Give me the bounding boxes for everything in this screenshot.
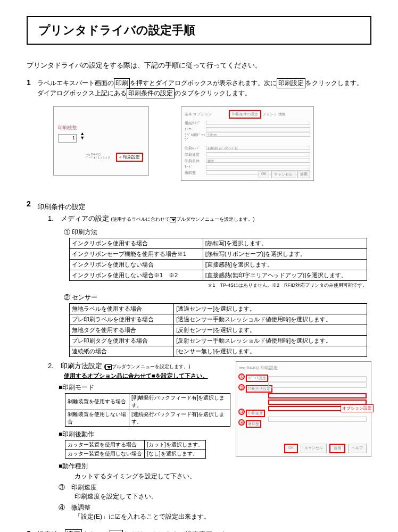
cell: プレ印刷タグを使用する場合 bbox=[70, 336, 174, 346]
step-3-num: 3 bbox=[27, 529, 37, 532]
boxed-printsettings: 印刷設定 bbox=[277, 78, 305, 88]
step-1-line2: ダイアログボックス上記にある印刷条件の設定のタブをクリックします。 bbox=[37, 88, 371, 98]
cell: [センサー無し]を選択します。 bbox=[174, 346, 367, 357]
cell: 剥離装置を使用する場合 bbox=[65, 394, 129, 410]
table-post: カッター装置を使用する場合[カット]を選択します。 カッター装置を使用しない場合… bbox=[65, 440, 206, 459]
marker-2: ② bbox=[238, 384, 245, 390]
sub1-note: (使用するラベルに合わせてプルダウンメニューを設定します。) bbox=[111, 217, 254, 222]
apply-button[interactable]: 適用 bbox=[297, 171, 310, 178]
cell: [直接感熱]を選択します。 bbox=[203, 260, 367, 270]
cell: [連続発行バックフィード有]を選択します。 bbox=[129, 410, 230, 427]
c4-text: 「設定(E)」に☑を入れることで設定出来ます。 bbox=[74, 512, 230, 521]
shot3-title: teq B4-KQ 印刷設定 bbox=[239, 365, 368, 371]
cell: 連続紙の場合 bbox=[70, 346, 174, 357]
step-1: 1 ラベルエキスパート画面の印刷を押すとダイアログボックスが表示されます。次に印… bbox=[27, 78, 371, 192]
cell: インクリボンセーブ機能を使用する場合※1 bbox=[70, 249, 203, 260]
step-1-line1: ラベルエキスパート画面の印刷を押すとダイアログボックスが表示されます。次に印刷設… bbox=[37, 78, 371, 88]
table-print-method: インクリボンを使用する場合[熱転写]を選択します。 インクリボンセーブ機能を使用… bbox=[69, 238, 367, 281]
c3-text: 印刷速度を設定して下さい。 bbox=[74, 492, 230, 501]
cell: インクリボンを使用しない場合 bbox=[70, 260, 203, 270]
cell: 無地タグを使用する場合 bbox=[70, 325, 174, 336]
print-count-label: 印刷枚数 bbox=[58, 124, 144, 131]
screenshot-print-dialog: 印刷枚数 1 ▲▼ teq B4-KQﾊﾞｰｼﾞｮﾝ 1 x 1 x 2 < 印… bbox=[53, 106, 149, 176]
option-setting-label: オプション設定 bbox=[341, 404, 374, 412]
t: のタブをクリックします。 bbox=[175, 89, 251, 97]
step-2: 2 印刷条件の設定 1. メディアの設定 (使用するラベルに合わせてプルダウンメ… bbox=[27, 200, 371, 521]
c4: ④ 微調整 bbox=[59, 503, 230, 512]
cancel-button[interactable]: キャンセル bbox=[271, 171, 295, 178]
t: ラベルエキスパート画面の bbox=[37, 79, 114, 87]
boxed-ok: OK bbox=[110, 530, 123, 532]
action-text: カットするタイミングを設定して下さい。 bbox=[74, 472, 230, 481]
sub-media: 1. メディアの設定 (使用するラベルに合わせてプルダウンメニューを設定します。… bbox=[48, 214, 371, 223]
sub2-underline: 使用するオプション品に合わせて■を設定して下さい。 bbox=[64, 372, 230, 380]
ok-button[interactable]: OK bbox=[259, 171, 269, 178]
t1-note: ※1 TP-4Sにはありません。※2 RFID対応プリンタのみ使用可能です。 bbox=[69, 282, 367, 289]
cell: [熱転写]を選択します。 bbox=[203, 238, 367, 249]
c2: ② センサー bbox=[64, 293, 371, 302]
dropdown-icon bbox=[105, 364, 112, 370]
cell: [反射センサー]を選択します。 bbox=[174, 325, 367, 336]
apply-button[interactable]: 適用 bbox=[329, 444, 345, 453]
sub-print-method: 2. 印刷方法設定 (プルダウンメニューを設定します。) bbox=[48, 361, 230, 371]
print-count-input[interactable]: 1 bbox=[58, 134, 77, 143]
boxed-print: 印刷 bbox=[114, 78, 130, 88]
post-head: ■印刷後動作 bbox=[59, 430, 230, 439]
cell: カッター装置を使用する場合 bbox=[65, 440, 145, 450]
sub2-head: 2. 印刷方法設定 bbox=[48, 362, 102, 370]
cell: [透過センサー]を選択します。 bbox=[174, 304, 367, 314]
cell: 剥離装置を使用しない場合 bbox=[65, 410, 129, 427]
table-mode: 剥離装置を使用する場合[剥離発行バックフィード有]を選択します。 剥離装置を使用… bbox=[65, 393, 230, 427]
t: (使用するラベルに合わせて bbox=[111, 217, 170, 222]
ok-button[interactable]: OK bbox=[284, 444, 298, 453]
step-3: 3 設定後、適用または、OKをクリックします。設定完了です。 bbox=[27, 529, 371, 532]
rb4: 微調整 bbox=[246, 420, 261, 428]
screenshot-print-cond-detail: teq B4-KQ 印刷設定 ① ② ③ ④ ﾒﾃﾞｨｱ設定 印刷方法設定 印刷… bbox=[236, 361, 371, 457]
sub1-head: 1. メディアの設定 bbox=[48, 214, 109, 222]
cell: [熱転写(リボンセーブ)]を選択します。 bbox=[203, 249, 367, 260]
cell: [カット]を選択します。 bbox=[145, 440, 206, 450]
sub2-note: (プルダウンメニューを設定します。) bbox=[104, 364, 190, 369]
cell: カッター装置を使用しない場合 bbox=[65, 450, 145, 459]
table-sensor: 無地ラベルを使用する場合[透過センサー]を選択します。 プレ印刷ラベルを使用する… bbox=[69, 303, 367, 357]
page-title: プリンタドライバの設定手順 bbox=[27, 16, 371, 45]
t: プルダウンメニューを設定します。) bbox=[176, 217, 254, 222]
boxed-printcond-tab: 印刷条件の設定 bbox=[127, 88, 175, 98]
spinner-icon[interactable]: ▲▼ bbox=[80, 131, 85, 140]
print-settings-button[interactable]: < 印刷設定 bbox=[116, 153, 143, 162]
step-1-num: 1 bbox=[27, 78, 37, 192]
c3: ③ 印刷速度 bbox=[59, 483, 230, 492]
cancel-button[interactable]: キャンセル bbox=[301, 444, 327, 453]
t: を押すとダイアログボックスが表示されます。次に bbox=[130, 79, 277, 87]
marker-1: ① bbox=[238, 373, 245, 380]
step3-body: 設定後、適用または、OKをクリックします。設定完了です。 bbox=[37, 529, 371, 532]
screenshot-driver-props: 基本 オプション 印刷条件の設定 フォント 情報 用紙ﾀｲﾌﾟ ｾﾝｻｰ ﾗﾍﾞ… bbox=[181, 106, 314, 181]
cell: [直接感熱(無印字エリアヘッドアップ)]を選択します。 bbox=[203, 270, 367, 281]
cell: 無地ラベルを使用する場合 bbox=[70, 304, 174, 314]
t: をクリックします。 bbox=[305, 79, 363, 87]
marker-3: ③ bbox=[238, 409, 245, 415]
cell: インクリボンを使用する場合 bbox=[70, 238, 203, 249]
cell: プレ印刷ラベルを使用する場合 bbox=[70, 314, 174, 325]
cell: [透過センサー手動スレッショルド値使用時]を選択します。 bbox=[174, 314, 367, 325]
cell: [なし]を選択します。 bbox=[145, 450, 206, 459]
cell: [剥離発行バックフィード有]を選択します。 bbox=[129, 394, 230, 410]
small-note: teq B4-KQﾊﾞｰｼﾞｮﾝ 1 x 1 x 2 bbox=[86, 153, 110, 159]
step2-head: 印刷条件の設定 bbox=[37, 202, 371, 212]
boxed-apply: 適用 bbox=[65, 529, 82, 532]
intro-text: プリンタドライバの設定をする際は、下記の手順に従って行ってください。 bbox=[27, 61, 371, 70]
help-button[interactable]: ヘルプ bbox=[348, 444, 367, 453]
t: ダイアログボックス上記にある bbox=[37, 89, 127, 97]
mode-head: ■印刷モード bbox=[59, 383, 230, 392]
cell: [反射センサー手動スレッショルド値使用時]を選択します。 bbox=[174, 336, 367, 346]
rb1: ﾒﾃﾞｨｱ設定 bbox=[246, 375, 268, 382]
action-head: ■動作種別 bbox=[59, 462, 230, 471]
screenshot-row-1: 印刷枚数 1 ▲▼ teq B4-KQﾊﾞｰｼﾞｮﾝ 1 x 1 x 2 < 印… bbox=[53, 106, 371, 181]
cell: インクリボンを使用しない場合※1 ※2 bbox=[70, 270, 203, 281]
marker-4: ④ bbox=[238, 419, 245, 426]
rb3: 印刷速度 bbox=[246, 410, 265, 417]
c1: ① 印刷方法 bbox=[64, 228, 371, 237]
step-2-num: 2 bbox=[27, 200, 37, 521]
t: プルダウンメニューを設定します。) bbox=[112, 364, 190, 369]
print-cond-tab[interactable]: 印刷条件の設定 bbox=[229, 110, 261, 119]
